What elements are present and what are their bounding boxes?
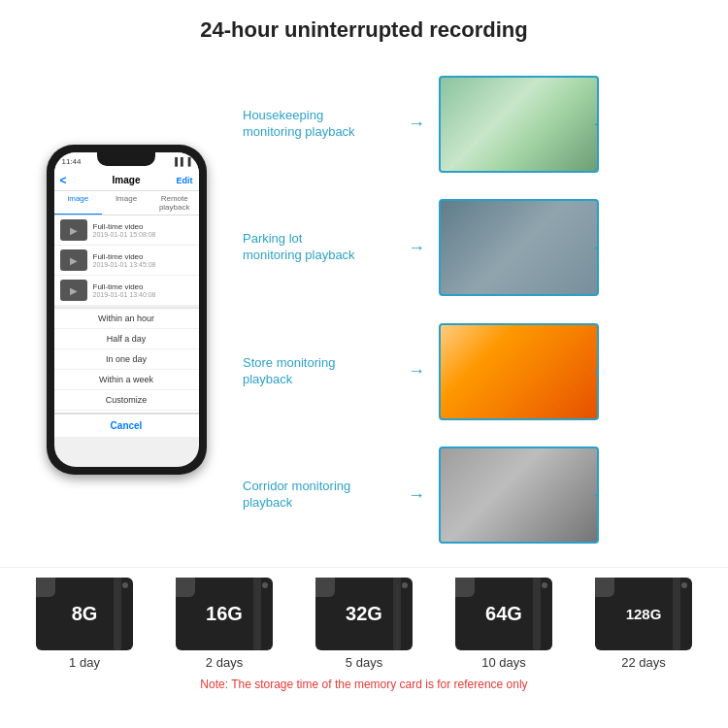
phone-edit-button[interactable]: Edit — [177, 176, 193, 185]
sd-card-item-32g: 32G 5 days — [315, 578, 413, 670]
phone-video-info-1: Full-time video 2019-01-01 15:08:08 — [93, 222, 193, 238]
sd-card-64g: 64G — [455, 578, 552, 650]
sd-card-notch-32g — [315, 578, 335, 597]
sd-card-label-128g: 128G — [626, 606, 662, 622]
img-indicator-4: ◄ — [591, 486, 599, 504]
phone-video-info-2: Full-time video 2019-01-01 13:45:08 — [93, 252, 193, 268]
sd-card-label-32g: 32G — [346, 603, 382, 625]
phone-video-date-2: 2019-01-01 13:45:08 — [93, 261, 193, 268]
sd-card-notch-128g — [595, 578, 614, 597]
sd-card-days-8g: 1 day — [69, 655, 100, 670]
phone-thumb-1: ▶ — [60, 219, 87, 241]
sd-card-notch-8g — [36, 578, 55, 597]
sd-card-days-16g: 2 days — [206, 655, 243, 670]
phone-tabs: image Image Remote playback — [54, 191, 199, 215]
phone-screen: 11:44 ▐▐ ▐ < Image Edit image Image Remo… — [54, 152, 199, 467]
phone-tab-image[interactable]: image — [54, 191, 103, 215]
monitoring-row-2: Parking lotmonitoring playback → ◄ — [243, 199, 709, 296]
monitoring-row-4: Corridor monitoringplayback → ◄ — [243, 447, 709, 544]
sd-card-days-64g: 10 days — [481, 655, 526, 670]
phone-video-date-3: 2019-01-01 13:40:08 — [93, 291, 193, 298]
note-text: Note: The storage time of the memory car… — [15, 678, 713, 691]
sd-card-notch-64g — [455, 578, 475, 597]
phone-dropdown-week[interactable]: Within a week — [54, 370, 199, 390]
phone-video-title-1: Full-time video — [93, 222, 193, 231]
img-indicator-2: ◄ — [591, 239, 599, 256]
phone-nav-title: Image — [113, 175, 141, 185]
phone-dropdown-half-day[interactable]: Half a day — [54, 329, 199, 349]
main-content: 11:44 ▐▐ ▐ < Image Edit image Image Remo… — [0, 52, 728, 567]
monitoring-label-2: Parking lotmonitoring playback — [243, 231, 398, 264]
sd-card-item-8g: 8G 1 day — [36, 578, 133, 670]
page-title: 24-hour uninterrupted recording — [0, 0, 728, 52]
phone-thumb-3: ▶ — [60, 280, 87, 301]
sd-card-32g: 32G — [315, 578, 413, 650]
bottom-section: 8G 1 day 16G 2 days 32G 5 days — [0, 567, 728, 699]
monitoring-label-1: Housekeepingmonitoring playback — [243, 108, 398, 141]
sd-card-16g: 16G — [176, 578, 273, 650]
sd-card-label-8g: 8G — [72, 603, 98, 625]
sd-card-128g: 128G — [595, 578, 692, 650]
sd-card-item-16g: 16G 2 days — [176, 578, 273, 670]
phone-dropdown: Within an hour Half a day In one day Wit… — [54, 308, 199, 437]
phone-video-title-2: Full-time video — [93, 252, 193, 261]
phone-cancel-button[interactable]: Cancel — [54, 413, 199, 437]
phone-video-info-3: Full-time video 2019-01-01 13:40:08 — [93, 282, 193, 298]
sd-card-item-128g: 128G 22 days — [595, 578, 692, 670]
sd-card-days-128g: 22 days — [621, 655, 666, 670]
phone-video-item-2[interactable]: ▶ Full-time video 2019-01-01 13:45:08 — [54, 246, 199, 276]
monitoring-label-4: Corridor monitoringplayback — [243, 479, 398, 512]
sd-card-item-64g: 64G 10 days — [455, 578, 552, 670]
monitoring-img-3: ◄ — [439, 323, 599, 420]
phone-video-date-1: 2019-01-01 15:08:08 — [93, 231, 193, 238]
sd-card-dot-128g — [681, 582, 687, 588]
phone-video-item-3[interactable]: ▶ Full-time video 2019-01-01 13:40:08 — [54, 276, 199, 306]
monitoring-row-3: Store monitoringplayback → ◄ — [243, 323, 709, 420]
right-section: Housekeepingmonitoring playback → ◄ Park… — [243, 52, 709, 567]
phone-icons: ▐▐ ▐ — [172, 157, 190, 166]
sd-card-dot-32g — [402, 582, 408, 588]
img-indicator-1: ◄ — [591, 116, 599, 133]
phone-dropdown-one-day[interactable]: In one day — [54, 349, 199, 370]
sd-card-label-16g: 16G — [206, 603, 243, 625]
phone-video-title-3: Full-time video — [93, 282, 193, 291]
phone-tab-remote[interactable]: Remote playback — [150, 191, 199, 215]
monitoring-img-2: ◄ — [439, 199, 599, 296]
sd-card-dot-16g — [262, 582, 268, 588]
monitoring-img-1: ◄ — [439, 76, 599, 173]
sd-card-dot-8g — [122, 582, 128, 588]
phone-time: 11:44 — [62, 157, 82, 166]
arrow-icon-2: → — [408, 238, 425, 258]
phone-notch — [97, 152, 155, 166]
monitoring-img-4: ◄ — [439, 447, 599, 544]
sd-card-notch-16g — [176, 578, 195, 597]
monitoring-label-3: Store monitoringplayback — [243, 355, 398, 388]
sd-card-dot-64g — [542, 582, 547, 588]
phone-section: 11:44 ▐▐ ▐ < Image Edit image Image Remo… — [19, 52, 233, 567]
phone-thumb-2: ▶ — [60, 249, 87, 271]
monitoring-row-1: Housekeepingmonitoring playback → ◄ — [243, 76, 709, 173]
sd-cards-row: 8G 1 day 16G 2 days 32G 5 days — [15, 578, 713, 670]
img-indicator-3: ◄ — [591, 363, 599, 381]
phone-back-button[interactable]: < — [60, 174, 67, 187]
phone-nav-bar: < Image Edit — [54, 170, 199, 191]
arrow-icon-1: → — [408, 114, 425, 134]
arrow-icon-3: → — [408, 361, 425, 381]
phone-dropdown-within-hour[interactable]: Within an hour — [54, 309, 199, 329]
phone-device: 11:44 ▐▐ ▐ < Image Edit image Image Remo… — [47, 145, 207, 475]
phone-tab-image2[interactable]: Image — [102, 191, 150, 215]
arrow-icon-4: → — [408, 485, 425, 506]
phone-video-item-1[interactable]: ▶ Full-time video 2019-01-01 15:08:08 — [54, 215, 199, 246]
phone-dropdown-customize[interactable]: Customize — [54, 390, 199, 411]
sd-card-days-32g: 5 days — [346, 655, 382, 670]
sd-card-label-64g: 64G — [485, 603, 522, 625]
sd-card-8g: 8G — [36, 578, 133, 650]
